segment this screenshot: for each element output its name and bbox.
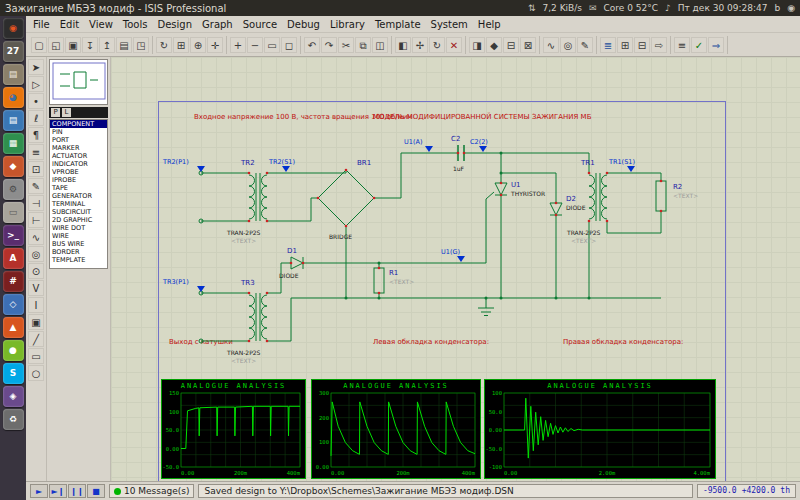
import-section-button[interactable]: ↧ — [82, 37, 98, 53]
launcher-firefox[interactable]: ◕ — [3, 87, 24, 108]
zoom-in-button[interactable]: + — [230, 37, 246, 53]
selector-item-tape[interactable]: TAPE — [50, 184, 107, 192]
toggle-grid-button[interactable]: ⊞ — [173, 37, 189, 53]
zoom-area-button[interactable]: ◻ — [281, 37, 297, 53]
launcher-libreoffice-calc[interactable]: ▦ — [3, 133, 24, 154]
launcher-grid-app[interactable]: # — [3, 271, 24, 292]
menu-debug[interactable]: Debug — [282, 19, 325, 30]
component-mode-button[interactable]: ▷ — [28, 76, 44, 92]
menu-help[interactable]: Help — [473, 19, 506, 30]
play-button[interactable]: ► — [30, 484, 48, 498]
terminal-mode-button[interactable]: ⊣ — [28, 195, 44, 211]
zoom-all-button[interactable]: ▭ — [264, 37, 280, 53]
save-design-button[interactable]: ▣ — [65, 37, 81, 53]
mail-icon[interactable]: ✉ — [589, 3, 597, 13]
selector-item-port[interactable]: PORT — [50, 136, 107, 144]
clock[interactable]: Пт дек 30 09:28:47 — [678, 3, 768, 13]
keyboard-indicator[interactable]: b — [774, 3, 780, 13]
pause-button[interactable]: ❙❙ — [68, 484, 86, 498]
step-button[interactable]: ►❙ — [49, 484, 67, 498]
2d-circle-mode-button[interactable]: ○ — [28, 365, 44, 381]
generator-mode-button[interactable]: ⊙ — [28, 263, 44, 279]
stop-button[interactable]: ■ — [87, 484, 105, 498]
voltage-probe-mode-button[interactable]: V — [28, 280, 44, 296]
electrical-rule-check-button[interactable]: ✓ — [691, 37, 707, 53]
selector-item-bus-wire[interactable]: BUS WIRE — [50, 240, 107, 248]
mark-output-area-button[interactable]: ◳ — [133, 37, 149, 53]
library-button[interactable]: L — [62, 108, 71, 117]
analysis-graph-coil[interactable]: ANALOGUE ANALYSIS 15010050.00.00-50.00.0… — [161, 379, 306, 479]
pick-button[interactable]: P — [51, 108, 60, 117]
copy-button[interactable]: ⧉ — [355, 37, 371, 53]
instant-edit-mode-button[interactable]: ✎ — [28, 178, 44, 194]
goto-sheet-button[interactable]: ⇨ — [651, 37, 667, 53]
device-pin-mode-button[interactable]: ⊢ — [28, 212, 44, 228]
2d-line-mode-button[interactable]: ╱ — [28, 331, 44, 347]
launcher-green-app[interactable]: ● — [3, 340, 24, 361]
selector-item-border[interactable]: BORDER — [50, 248, 107, 256]
launcher-purple-app[interactable]: ◈ — [3, 386, 24, 407]
menu-graph[interactable]: Graph — [197, 19, 238, 30]
menu-tools[interactable]: Tools — [118, 19, 153, 30]
launcher-skype[interactable]: S — [3, 363, 24, 384]
paste-button[interactable]: ◫ — [372, 37, 388, 53]
cut-button[interactable]: ✂ — [338, 37, 354, 53]
block-rotate-button[interactable]: ↻ — [429, 37, 445, 53]
new-design-button[interactable]: ▢ — [31, 37, 47, 53]
redraw-button[interactable]: ↻ — [156, 37, 172, 53]
selector-item-actuator[interactable]: ACTUATOR — [50, 152, 107, 160]
2d-box-mode-button[interactable]: ▭ — [28, 348, 44, 364]
property-assignment-button[interactable]: ✎ — [577, 37, 593, 53]
block-delete-button[interactable]: ✕ — [446, 37, 462, 53]
selector-item-indicator[interactable]: INDICATOR — [50, 160, 107, 168]
analysis-graph-right-plate[interactable]: ANALOGUE ANALYSIS 10050.00.00-50.0-1000.… — [484, 379, 716, 479]
wire-label-mode-button[interactable]: ℓ — [28, 110, 44, 126]
redo-button[interactable]: ↷ — [321, 37, 337, 53]
export-section-button[interactable]: ↥ — [99, 37, 115, 53]
design-explorer-button[interactable]: ≣ — [600, 37, 616, 53]
new-sheet-button[interactable]: ⊞ — [617, 37, 633, 53]
subcircuit-mode-button[interactable]: ⊡ — [28, 161, 44, 177]
zoom-out-button[interactable]: − — [247, 37, 263, 53]
print-design-button[interactable]: ▤ — [116, 37, 132, 53]
launcher-terminal[interactable]: >_ — [3, 225, 24, 246]
selector-item-component[interactable]: COMPONENT — [50, 120, 107, 128]
selector-item-iprobe[interactable]: IPROBE — [50, 176, 107, 184]
selector-item-2d-graphic[interactable]: 2D GRAPHIC — [50, 216, 107, 224]
launcher-system-settings[interactable]: ⚙ — [3, 179, 24, 200]
menu-system[interactable]: System — [426, 19, 473, 30]
selector-item-terminal[interactable]: TERMINAL — [50, 200, 107, 208]
launcher-trash[interactable]: ♻ — [3, 409, 24, 430]
launcher-software-center[interactable]: ◆ — [3, 156, 24, 177]
search-tag-button[interactable]: ◎ — [560, 37, 576, 53]
packaging-tool-button[interactable]: ⊟ — [503, 37, 519, 53]
launcher-vlc[interactable]: ▲ — [3, 317, 24, 338]
bill-of-materials-button[interactable]: ≡ — [674, 37, 690, 53]
selector-item-pin[interactable]: PIN — [50, 128, 107, 136]
make-device-button[interactable]: ◆ — [486, 37, 502, 53]
analysis-graph-left-plate[interactable]: ANALOGUE ANALYSIS 3002001000.000.00200m4… — [311, 379, 481, 479]
menu-template[interactable]: Template — [370, 19, 426, 30]
menu-file[interactable]: File — [28, 19, 55, 30]
pick-parts-button[interactable]: ◨ — [469, 37, 485, 53]
selector-item-marker[interactable]: MARKER — [50, 144, 107, 152]
center-at-cursor-button[interactable]: ✛ — [207, 37, 223, 53]
message-log[interactable]: 10 Message(s) — [109, 484, 194, 498]
launcher-dash-home[interactable]: ◉ — [3, 18, 24, 39]
bus-mode-button[interactable]: ≡ — [28, 144, 44, 160]
current-probe-mode-button[interactable]: I — [28, 297, 44, 313]
launcher-red-app[interactable]: A — [3, 248, 24, 269]
launcher-workspace[interactable]: 27 — [3, 41, 24, 62]
launcher-dropbox[interactable]: ◇ — [3, 294, 24, 315]
simulation-graph-mode-button[interactable]: ∿ — [28, 229, 44, 245]
virtual-instruments-mode-button[interactable]: ▣ — [28, 314, 44, 330]
block-copy-button[interactable]: ◧ — [395, 37, 411, 53]
block-move-button[interactable]: ✢ — [412, 37, 428, 53]
schematic-canvas[interactable]: Входное напряжение 100 В, частота вращен… — [111, 57, 800, 481]
launcher-text-editor[interactable]: ▭ — [3, 202, 24, 223]
menu-source[interactable]: Source — [238, 19, 282, 30]
open-design-button[interactable]: ◱ — [48, 37, 64, 53]
selection-mode-button[interactable]: ➤ — [28, 59, 44, 75]
volume-icon[interactable]: ♪ — [665, 3, 671, 13]
selector-item-generator[interactable]: GENERATOR — [50, 192, 107, 200]
